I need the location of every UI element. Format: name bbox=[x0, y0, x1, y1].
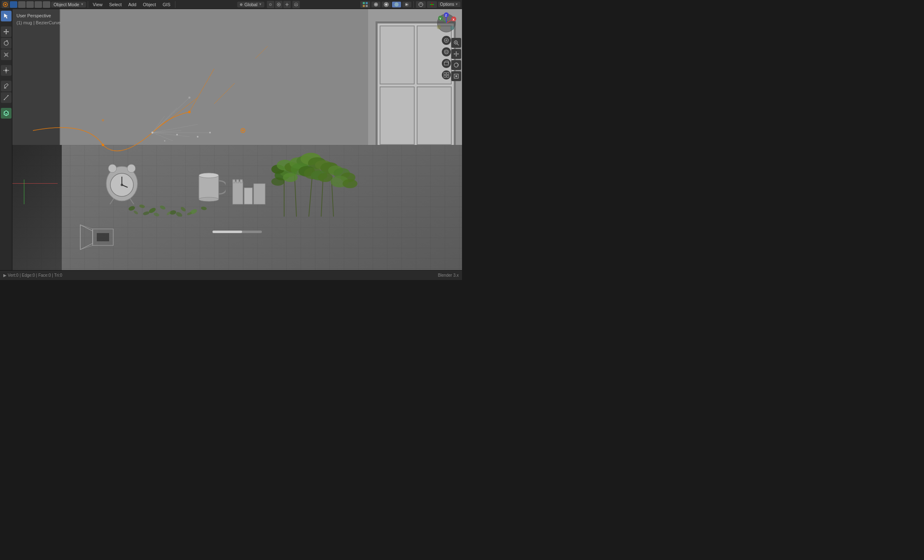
svg-point-105 bbox=[175, 211, 183, 217]
svg-rect-62 bbox=[233, 180, 235, 183]
menu-select[interactable]: Select bbox=[106, 1, 125, 8]
window-pane-tl bbox=[380, 26, 415, 84]
header-icon-3[interactable] bbox=[26, 1, 34, 8]
rendered-mode-btn[interactable] bbox=[402, 2, 411, 7]
svg-point-93 bbox=[128, 205, 135, 212]
measure-btn[interactable] bbox=[1, 92, 12, 103]
axis-x-line bbox=[12, 183, 58, 184]
bottom-statusbar: ▶ Vert:0 | Edge:0 | Face:0 | Tri:0 Blend… bbox=[0, 270, 462, 280]
status-info: ▶ Vert:0 | Edge:0 | Face:0 | Tri:0 bbox=[3, 273, 62, 278]
transform-global-dropdown[interactable]: ⊕ Global ▼ bbox=[237, 2, 264, 7]
move-tool-btn[interactable] bbox=[1, 26, 12, 37]
svg-point-51 bbox=[127, 164, 135, 173]
proportional-btn[interactable] bbox=[292, 1, 300, 8]
svg-rect-128 bbox=[447, 72, 449, 75]
camera-wireframe bbox=[76, 223, 130, 256]
menu-gis[interactable]: GIS bbox=[160, 1, 173, 8]
viewport-progress-fill bbox=[212, 231, 242, 233]
rotate-view-btn[interactable] bbox=[451, 60, 461, 70]
viewlayer-btn[interactable] bbox=[360, 1, 370, 8]
frame-all-btn[interactable] bbox=[451, 71, 461, 81]
add-cube-btn[interactable] bbox=[1, 108, 12, 119]
display-mode-btn[interactable] bbox=[371, 2, 380, 7]
snap-btn-3[interactable] bbox=[283, 1, 291, 8]
svg-rect-127 bbox=[444, 72, 446, 75]
svg-rect-126 bbox=[444, 62, 448, 65]
zoom-to-fit-btn[interactable] bbox=[442, 36, 451, 45]
zoom-btn[interactable] bbox=[451, 38, 461, 48]
svg-point-102 bbox=[142, 211, 150, 216]
transform-chevron: ▼ bbox=[259, 2, 262, 6]
gizmo-toggle-btn[interactable] bbox=[427, 1, 437, 8]
svg-point-121 bbox=[437, 25, 441, 29]
transform-label: Global bbox=[244, 2, 257, 7]
divider-3 bbox=[413, 1, 414, 8]
mode-chevron: ▼ bbox=[80, 2, 84, 6]
plants-object bbox=[259, 138, 358, 221]
transform-tool-btn[interactable] bbox=[1, 65, 12, 76]
svg-rect-22 bbox=[7, 95, 9, 96]
svg-point-17 bbox=[4, 41, 8, 45]
leaf-particles bbox=[124, 184, 214, 217]
blender-icon[interactable] bbox=[2, 1, 9, 8]
svg-point-125 bbox=[446, 51, 448, 53]
svg-rect-6 bbox=[366, 2, 368, 4]
blender-version: Blender 3.x bbox=[438, 273, 459, 278]
header-icon-4[interactable] bbox=[35, 1, 42, 8]
solid-mode-btn[interactable] bbox=[392, 2, 401, 7]
header-icon-strip bbox=[10, 1, 50, 8]
snap-btn-1[interactable]: ⊙ bbox=[267, 1, 274, 8]
svg-point-11 bbox=[385, 3, 387, 6]
topbar-right-controls: Options ▼ bbox=[360, 1, 460, 8]
floor-dark-corner bbox=[12, 145, 62, 270]
svg-rect-64 bbox=[240, 180, 243, 183]
rotate-tool-btn[interactable] bbox=[1, 38, 12, 49]
orientation-gizmo[interactable]: X Y Z bbox=[436, 12, 457, 34]
svg-point-1 bbox=[5, 4, 6, 5]
snap-controls: ⊙ bbox=[267, 1, 291, 8]
collections-btn[interactable] bbox=[442, 70, 451, 79]
viewport-right-tools bbox=[450, 38, 462, 81]
svg-point-92 bbox=[343, 179, 357, 188]
snap-btn-2[interactable] bbox=[275, 1, 282, 8]
camera-view-btn[interactable] bbox=[442, 47, 451, 56]
select-tool-btn[interactable] bbox=[1, 11, 12, 21]
header-icon-1[interactable] bbox=[10, 1, 17, 8]
svg-text:Y: Y bbox=[439, 17, 441, 20]
menu-object[interactable]: Object bbox=[140, 1, 159, 8]
object-mode-dropdown[interactable]: Object Mode ▼ bbox=[51, 2, 86, 7]
svg-rect-18 bbox=[5, 54, 7, 56]
svg-point-14 bbox=[419, 2, 423, 7]
svg-line-47 bbox=[110, 198, 114, 204]
svg-text:Z: Z bbox=[445, 14, 447, 17]
menu-add[interactable]: Add bbox=[126, 1, 140, 8]
svg-point-88 bbox=[271, 177, 285, 186]
header-icon-2[interactable] bbox=[18, 1, 26, 8]
svg-rect-63 bbox=[236, 180, 239, 183]
svg-point-50 bbox=[108, 164, 117, 173]
perspective-toggle-btn[interactable] bbox=[442, 59, 451, 68]
window-pane-bl bbox=[380, 86, 415, 145]
object-mode-label: Object Mode bbox=[54, 2, 79, 7]
viewport-progress-bar bbox=[212, 231, 262, 233]
options-btn[interactable]: Options ▼ bbox=[438, 2, 460, 7]
svg-marker-109 bbox=[80, 225, 93, 250]
svg-point-124 bbox=[444, 50, 448, 54]
3d-viewport[interactable]: User Perspective (1) mug | BezierCurve X… bbox=[12, 9, 462, 270]
svg-point-57 bbox=[199, 173, 219, 178]
svg-rect-60 bbox=[244, 188, 252, 204]
menu-view[interactable]: View bbox=[90, 1, 105, 8]
svg-point-12 bbox=[394, 2, 399, 7]
annotate-btn[interactable] bbox=[1, 81, 12, 91]
pan-btn[interactable] bbox=[451, 49, 461, 59]
overlay-btn[interactable] bbox=[416, 1, 426, 8]
scale-tool-btn[interactable] bbox=[1, 49, 12, 60]
svg-text:X: X bbox=[453, 18, 455, 21]
left-toolbar bbox=[0, 9, 12, 270]
svg-point-100 bbox=[201, 206, 207, 210]
svg-rect-8 bbox=[366, 5, 368, 7]
svg-line-132 bbox=[457, 44, 459, 45]
header-icon-5[interactable] bbox=[43, 1, 50, 8]
shading-mode-btn[interactable] bbox=[382, 2, 391, 7]
divider-1 bbox=[88, 1, 88, 8]
